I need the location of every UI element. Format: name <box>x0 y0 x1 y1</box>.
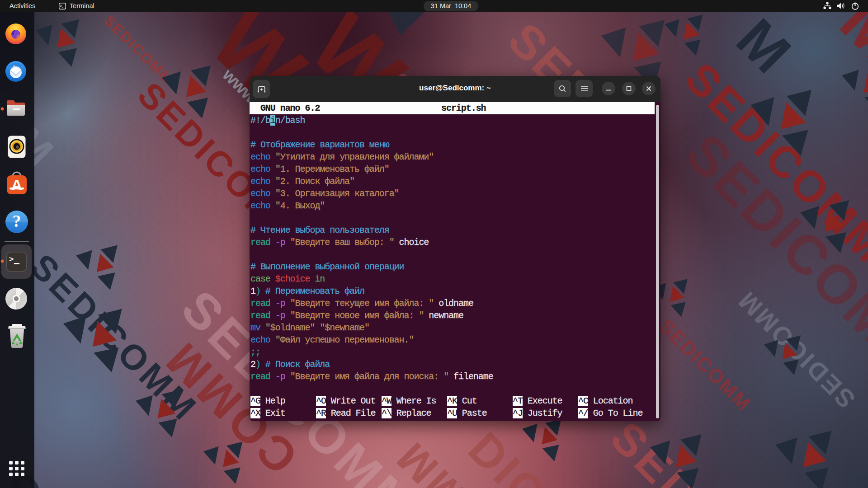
svg-text:?: ? <box>13 211 21 230</box>
svg-text:>: > <box>9 255 14 264</box>
svg-text:A: A <box>11 176 23 193</box>
